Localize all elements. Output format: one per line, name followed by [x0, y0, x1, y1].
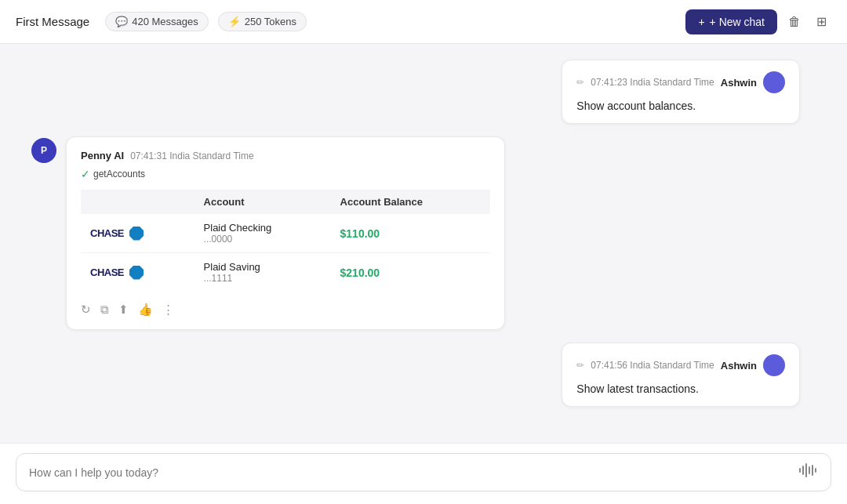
header: First Message 💬 420 Messages ⚡ 250 Token… — [0, 0, 847, 44]
username-2: Ashwin — [721, 360, 757, 372]
accounts-table: Account Account Balance CHASE Plaid Chec… — [81, 190, 490, 292]
check-icon: ✓ — [81, 168, 90, 180]
svg-rect-2 — [805, 463, 807, 477]
waveform-icon — [799, 463, 818, 481]
page-title: First Message — [16, 15, 89, 28]
message-text-1: Show account balances. — [576, 100, 785, 112]
svg-rect-1 — [802, 466, 804, 475]
table-row: CHASE Plaid Checking ...0000 $110.00 — [81, 214, 490, 253]
timestamp-1: 07:41:23 India Standard Time — [591, 77, 714, 88]
action-icons-row: ↻ ⧉ ⬆ 👍 ⋮ — [81, 303, 490, 317]
layout-icon: ⊞ — [816, 14, 827, 29]
lightning-icon: ⚡ — [228, 16, 241, 27]
messages-badge: 💬 420 Messages — [105, 12, 209, 31]
user-message-2: ✏ 07:41:56 India Standard Time Ashwin Sh… — [0, 343, 847, 407]
avatar-2 — [763, 354, 785, 376]
message-text-2: Show latest transactions. — [576, 383, 785, 395]
svg-rect-3 — [809, 466, 810, 474]
table-row: CHASE Plaid Saving ...1111 $210.00 — [81, 253, 490, 292]
balance-cell: $210.00 — [331, 253, 490, 292]
svg-rect-4 — [812, 465, 813, 476]
ai-meta-1: Penny AI 07:41:31 India Standard Time — [81, 150, 490, 161]
table-header-bank — [81, 190, 194, 214]
timestamp-2: 07:41:56 India Standard Time — [591, 360, 714, 371]
trash-button[interactable]: 🗑 — [783, 12, 805, 32]
new-chat-button[interactable]: + + New chat — [685, 9, 777, 34]
new-chat-label: + New chat — [710, 16, 765, 28]
user-bubble-1: ✏ 07:41:23 India Standard Time Ashwin Sh… — [562, 60, 800, 124]
header-stats: 💬 420 Messages ⚡ 250 Tokens — [105, 12, 685, 31]
ai-message-1: P Penny AI 07:41:31 India Standard Time … — [0, 136, 847, 330]
refresh-icon[interactable]: ↻ — [81, 303, 91, 317]
user-message-1: ✏ 07:41:23 India Standard Time Ashwin Sh… — [0, 60, 847, 124]
user-bubble-2: ✏ 07:41:56 India Standard Time Ashwin Sh… — [562, 343, 800, 407]
message-meta-2: ✏ 07:41:56 India Standard Time Ashwin — [576, 354, 785, 376]
tool-call-label: getAccounts — [93, 169, 145, 179]
input-container — [16, 453, 831, 491]
edit-icon-2: ✏ — [576, 360, 584, 371]
share-icon[interactable]: ⬆ — [118, 303, 129, 317]
username-1: Ashwin — [721, 77, 757, 89]
layout-button[interactable]: ⊞ — [812, 11, 831, 32]
ai-timestamp-1: 07:41:31 India Standard Time — [130, 150, 253, 161]
edit-icon: ✏ — [576, 77, 584, 88]
copy-icon[interactable]: ⧉ — [100, 303, 109, 317]
message-meta-1: ✏ 07:41:23 India Standard Time Ashwin — [576, 71, 785, 93]
svg-rect-0 — [799, 468, 801, 473]
message-icon: 💬 — [115, 16, 128, 27]
tokens-badge: ⚡ 250 Tokens — [218, 12, 307, 31]
tool-call-badge: ✓ getAccounts — [81, 168, 490, 180]
header-actions: + + New chat 🗑 ⊞ — [685, 9, 831, 34]
ai-bubble-1: Penny AI 07:41:31 India Standard Time ✓ … — [66, 136, 505, 330]
bank-cell: CHASE — [81, 214, 194, 253]
plus-icon: + — [698, 16, 704, 28]
ai-name: Penny AI — [81, 150, 124, 161]
account-name-cell: Plaid Saving ...1111 — [194, 253, 331, 292]
ai-avatar: P — [31, 138, 56, 163]
trash-icon: 🗑 — [788, 15, 801, 29]
table-header-balance: Account Balance — [331, 190, 490, 214]
chat-input[interactable] — [29, 466, 799, 479]
chat-area: ✏ 07:41:23 India Standard Time Ashwin Sh… — [0, 44, 847, 443]
thumbsup-icon[interactable]: 👍 — [138, 303, 153, 317]
account-name-cell: Plaid Checking ...0000 — [194, 214, 331, 253]
svg-rect-5 — [815, 468, 816, 473]
avatar-1 — [763, 71, 785, 93]
input-area — [0, 443, 847, 504]
bank-cell: CHASE — [81, 253, 194, 292]
more-icon[interactable]: ⋮ — [162, 303, 174, 317]
balance-cell: $110.00 — [331, 214, 490, 253]
table-header-account: Account — [194, 190, 331, 214]
